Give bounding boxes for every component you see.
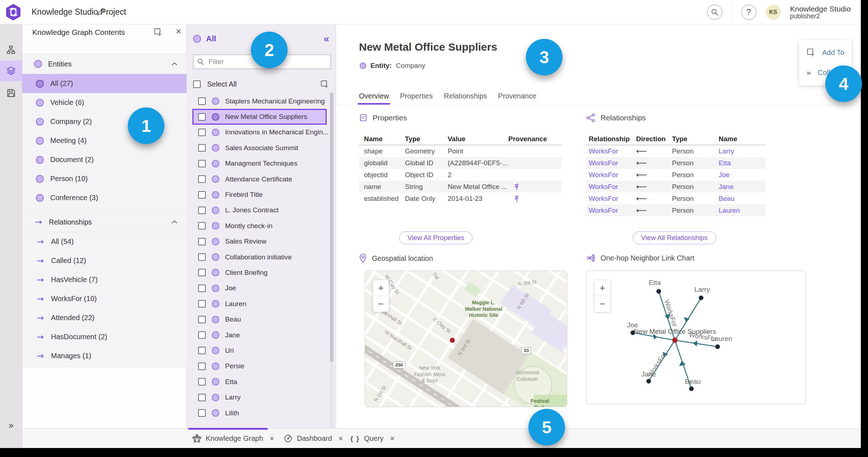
item-checkbox[interactable] [198,97,206,105]
item-checkbox[interactable] [198,222,206,230]
related-name-link[interactable]: Lauren [719,207,766,214]
property-row[interactable]: objectid Object ID 2 [359,169,561,181]
entity-list-item[interactable]: Jane [192,327,327,343]
relationship-link[interactable]: WorksFor [589,195,636,203]
entity-list-item[interactable]: Managment Techniques [192,156,327,171]
layers-tool-button[interactable] [0,60,22,81]
relationship-type-item[interactable]: → Manages (1) [22,346,187,365]
relationship-link[interactable]: WorksFor [589,183,636,191]
item-checkbox[interactable] [198,191,206,199]
related-name-link[interactable]: Etta [719,159,766,167]
user-identity[interactable]: Knowledge Studio publisher2 [790,5,851,20]
help-button[interactable]: ? [741,5,756,20]
item-checkbox[interactable] [198,347,206,354]
related-name-link[interactable]: Jane [719,183,766,191]
entity-type-item[interactable]: Conference (3) [22,188,187,207]
item-checkbox[interactable] [198,207,206,214]
edit-title-icon[interactable] [96,7,106,17]
entity-type-item[interactable]: Person (10) [22,169,187,188]
node-label[interactable]: Beau [685,378,701,386]
add-to-panel-icon[interactable] [154,28,163,37]
entity-type-item[interactable]: Vehicle (6) [22,93,187,112]
entity-type-item[interactable]: Document (2) [22,150,187,169]
select-all-checkbox[interactable] [193,80,201,88]
collapse-chevron-icon[interactable] [172,62,177,66]
entity-list-item[interactable]: Lilith [192,405,327,421]
related-name-link[interactable]: Beau [719,195,766,203]
relationship-row[interactable]: WorksFor ⟵ Person Etta [586,157,765,169]
detail-tab[interactable]: Relationships [444,92,487,105]
item-checkbox[interactable] [198,269,206,276]
entity-type-item[interactable]: All (27) [22,74,187,93]
entity-list-item[interactable]: Beau [192,311,327,327]
scrollbar-thumb[interactable] [330,93,333,362]
item-checkbox[interactable] [198,113,206,121]
provenance-flag-icon[interactable] [508,183,566,191]
item-checkbox[interactable] [198,316,206,323]
app-logo-icon[interactable] [6,4,21,20]
entity-list-item[interactable]: Sales Associate Summit [192,140,327,156]
property-row[interactable]: shape Geometry Point [359,145,561,157]
item-checkbox[interactable] [198,409,206,417]
entity-list-item[interactable]: Persie [192,359,327,374]
entity-list-item[interactable]: Lauren [192,296,327,311]
close-tab-icon[interactable]: × [339,434,343,443]
node-label[interactable]: Etta [649,279,661,287]
location-marker[interactable] [450,338,455,343]
zoom-in-button[interactable]: + [373,280,389,296]
relationship-row[interactable]: WorksFor ⟵ Person Larry [586,145,765,157]
entity-list-item[interactable]: Joe [192,281,327,296]
item-checkbox[interactable] [198,394,206,401]
item-checkbox[interactable] [198,300,206,308]
item-checkbox[interactable] [198,129,206,136]
collapse-chevron-icon[interactable] [172,220,177,224]
view-all-properties-button[interactable]: View All Properties [399,231,472,244]
related-name-link[interactable]: Joe [719,171,766,179]
relationships-group-header[interactable]: → Relationships [22,212,187,232]
property-row[interactable]: name String New Metal Office ... [359,181,561,193]
item-checkbox[interactable] [198,331,206,339]
relationship-row[interactable]: WorksFor ⟵ Person Joe [586,169,765,181]
relationship-type-item[interactable]: → WorksFor (10) [22,289,187,308]
zoom-in-button[interactable]: + [594,280,610,296]
relationship-row[interactable]: WorksFor ⟵ Person Jane [586,181,765,193]
provenance-flag-icon[interactable] [508,195,566,203]
center-node-label[interactable]: New Metal Office Suppliers [634,328,716,336]
zoom-out-button[interactable]: − [594,296,610,312]
entities-group-header[interactable]: Entities [22,54,187,74]
relationship-link[interactable]: WorksFor [589,159,636,167]
tab-query[interactable]: { } Query × [350,429,395,448]
property-row[interactable]: established Date Only 2014-01-23 [359,193,561,204]
entity-list-item[interactable]: Innovations in Mechanical Engin... [192,125,327,140]
detail-tab[interactable]: Overview [359,92,389,105]
relationship-type-item[interactable]: → Called (12) [22,251,187,270]
item-checkbox[interactable] [198,378,206,386]
entity-list-item[interactable]: Larry [192,389,327,405]
entity-list-item[interactable]: Etta [192,374,327,389]
property-row[interactable]: globalid Global ID {A228944F-0EF5-... [359,157,561,169]
collapse-panel-icon[interactable]: « [323,33,329,45]
save-button[interactable] [0,83,22,103]
close-tab-icon[interactable]: × [270,434,274,443]
close-panel-icon[interactable]: × [176,26,181,37]
related-name-link[interactable]: Larry [719,147,766,155]
expand-rail-icon[interactable]: » [0,420,22,431]
schema-tool-button[interactable] [0,40,22,60]
map-view[interactable]: W Clay StSalN 3rd StN 4th StMaggie L. Wa… [365,271,567,407]
entity-list-item[interactable]: New Metal Office Suppliers [192,109,327,124]
entity-list-item[interactable]: Uri [192,343,327,358]
relationship-link[interactable]: WorksFor [589,171,636,179]
entity-list-item[interactable]: L. Jones Contract [192,203,327,218]
item-checkbox[interactable] [198,160,206,167]
item-checkbox[interactable] [198,175,206,183]
item-checkbox[interactable] [198,363,206,370]
relationship-type-item[interactable]: → HasVehicle (7) [22,270,187,289]
entity-list-item[interactable]: Attendance Certificate [192,171,327,187]
zoom-out-button[interactable]: − [373,296,389,312]
entity-list-item[interactable]: Staplers Mechanical Engineering [192,93,327,109]
add-selection-icon[interactable] [320,80,329,89]
entity-list-item[interactable]: Client Briefing [192,265,327,280]
item-checkbox[interactable] [198,285,206,292]
entity-list-item[interactable]: Sales Review [192,234,327,249]
item-checkbox[interactable] [198,144,206,152]
